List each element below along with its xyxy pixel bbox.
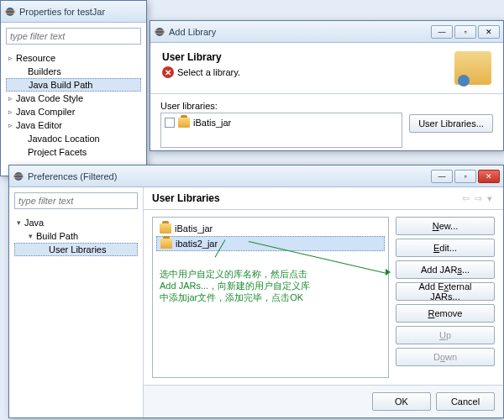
nav-menu-icon[interactable]: ▾: [485, 193, 495, 204]
cancel-button[interactable]: Cancel: [436, 392, 495, 411]
tree-item-user-libraries[interactable]: User Libraries: [14, 243, 138, 256]
close-button[interactable]: ✕: [478, 170, 500, 183]
properties-tree: ▹Resource Builders Java Build Path ▹Java…: [1, 50, 146, 164]
library-jar-icon: [454, 51, 491, 85]
ok-button[interactable]: OK: [372, 392, 431, 411]
eclipse-icon: [154, 26, 165, 38]
banner-title: User Library: [162, 51, 454, 63]
tree-item-java-compiler[interactable]: ▹Java Compiler: [6, 105, 141, 118]
annotation-text: 选中用户自定义的库名称，然后点击 Add JARs...，向新建的用户自定义库 …: [160, 268, 310, 303]
tree-item-resource[interactable]: ▹Resource: [6, 51, 141, 65]
tree-item-project-facets[interactable]: Project Facets: [6, 145, 141, 159]
minimize-button[interactable]: —: [431, 25, 453, 39]
banner-message: Select a library.: [177, 67, 240, 77]
tree-item-javadoc[interactable]: Javadoc Location: [6, 132, 141, 145]
preferences-window: Preferences (Filtered) — ▫ ✕ ▾Java ▾Buil…: [8, 165, 504, 418]
checkbox[interactable]: [165, 118, 175, 128]
eclipse-icon: [4, 6, 16, 18]
tree-item-java-code-style[interactable]: ▹Java Code Style: [6, 92, 141, 105]
page-title: User Libraries: [152, 192, 459, 204]
tree-item-java[interactable]: ▾Java: [14, 216, 138, 229]
jar-icon: [160, 239, 172, 249]
window-title: Preferences (Filtered): [28, 171, 431, 181]
add-library-window: Add Library — ▫ ✕ User Library ✕ Select …: [150, 20, 504, 151]
svg-point-2: [155, 28, 164, 36]
user-libraries-button[interactable]: User Libraries...: [409, 114, 493, 133]
maximize-button[interactable]: ▫: [454, 25, 476, 39]
jar-icon: [160, 223, 171, 234]
add-external-jars-button[interactable]: Add External JARs...: [396, 282, 495, 301]
list-item[interactable]: iBatis_jar: [163, 115, 400, 130]
nav-back-icon[interactable]: ⇦: [459, 193, 472, 204]
preferences-tree-panel: ▾Java ▾Build Path User Libraries: [9, 187, 144, 417]
close-button[interactable]: ✕: [478, 25, 500, 39]
libraries-list[interactable]: iBatis_jar ibatis2_jar 选中用户自定义的库名称，然后点击 …: [152, 217, 389, 378]
user-libraries-label: User libraries:: [160, 101, 402, 111]
down-button[interactable]: Down: [396, 348, 495, 366]
add-jars-button[interactable]: Add JARs...: [396, 260, 495, 279]
remove-button[interactable]: Remove: [396, 304, 495, 323]
tree-item-java-editor[interactable]: ▹Java Editor: [6, 118, 141, 132]
tree-item-build-path[interactable]: ▾Build Path: [14, 229, 138, 243]
tree-item-java-build-path[interactable]: Java Build Path: [6, 78, 141, 92]
svg-point-4: [14, 172, 23, 181]
filter-input[interactable]: [6, 28, 141, 45]
banner: User Library ✕ Select a library.: [150, 43, 503, 94]
properties-window: Properties for testJar ▹Resource Builder…: [0, 0, 147, 176]
filter-input[interactable]: [14, 192, 138, 209]
titlebar[interactable]: Add Library — ▫ ✕: [150, 21, 503, 43]
new-button[interactable]: New...: [396, 217, 495, 235]
minimize-button[interactable]: —: [431, 170, 453, 183]
error-icon: ✕: [162, 66, 174, 78]
up-button[interactable]: Up: [396, 326, 495, 344]
titlebar[interactable]: Properties for testJar: [1, 1, 146, 23]
jar-icon: [178, 118, 190, 128]
titlebar[interactable]: Preferences (Filtered) — ▫ ✕: [9, 165, 503, 187]
window-title: Properties for testJar: [19, 7, 143, 17]
user-libraries-list[interactable]: iBatis_jar: [160, 113, 402, 148]
edit-button[interactable]: Edit...: [396, 239, 495, 257]
tree-item-builders[interactable]: Builders: [6, 65, 141, 78]
list-item[interactable]: iBatis_jar: [156, 221, 385, 236]
nav-forward-icon[interactable]: ⇨: [472, 193, 485, 204]
eclipse-icon: [13, 171, 24, 182]
window-title: Add Library: [169, 27, 431, 37]
maximize-button[interactable]: ▫: [454, 170, 476, 183]
svg-point-0: [6, 8, 14, 16]
list-item[interactable]: ibatis2_jar: [156, 236, 385, 251]
